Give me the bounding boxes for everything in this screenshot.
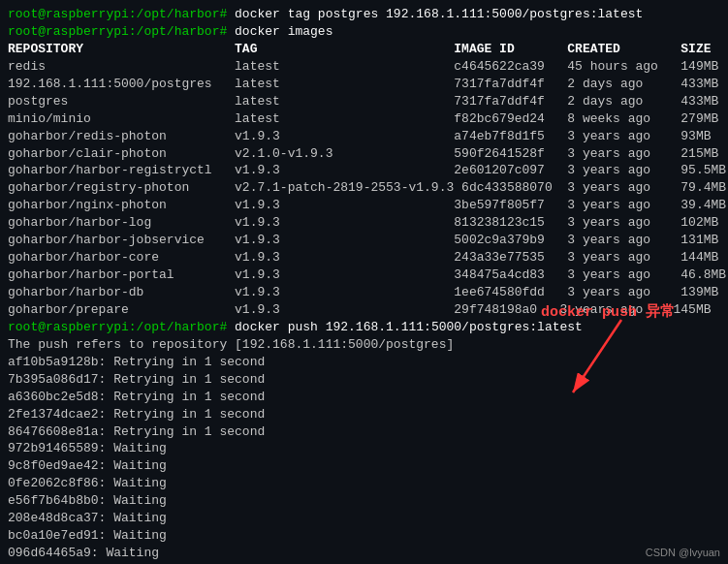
terminal-line: root@raspberrypi:/opt/harbor# docker ima… xyxy=(8,23,720,41)
annotation-arrow xyxy=(563,315,680,402)
terminal-line: e56f7b64b8b0: Waiting xyxy=(8,492,720,510)
terminal-line: postgres latest 7317fa7ddf4f 2 days ago … xyxy=(8,93,720,110)
terminal-output: root@raspberrypi:/opt/harbor# docker tag… xyxy=(8,6,720,564)
terminal-line: goharbor/registry-photon v2.7.1-patch-28… xyxy=(8,179,720,197)
terminal-line: 208e48d8ca37: Waiting xyxy=(8,510,720,527)
terminal-line: 192.168.1.111:5000/postgres latest 7317f… xyxy=(8,76,720,93)
csdn-badge: CSDN @lvyuan xyxy=(646,547,720,558)
terminal-line: goharbor/harbor-core v1.9.3 243a33e77535… xyxy=(8,249,720,266)
terminal-line: REPOSITORY TAG IMAGE ID CREATED SIZE xyxy=(8,41,720,58)
terminal-line: bc0a10e7ed91: Waiting xyxy=(8,527,720,545)
terminal-line: 2fe1374dcae2: Retrying in 1 second xyxy=(8,406,720,423)
terminal-line: goharbor/nginx-photon v1.9.3 3be597f805f… xyxy=(8,197,720,214)
terminal-line: goharbor/harbor-registryctl v1.9.3 2e601… xyxy=(8,162,720,179)
terminal-line: redis latest c4645622ca39 45 hours ago 1… xyxy=(8,58,720,76)
terminal-line: goharbor/redis-photon v1.9.3 a74eb7f8d1f… xyxy=(8,128,720,145)
terminal-window: root@raspberrypi:/opt/harbor# docker tag… xyxy=(0,0,728,564)
terminal-line: goharbor/harbor-portal v1.9.3 348475a4cd… xyxy=(8,266,720,284)
svg-line-1 xyxy=(573,320,621,392)
terminal-line: goharbor/harbor-log v1.9.3 813238123c15 … xyxy=(8,214,720,232)
terminal-line: 096d64465a9: Waiting xyxy=(8,545,720,562)
terminal-line: 972b91465589: Waiting xyxy=(8,440,720,457)
terminal-line: minio/minio latest f82bc679ed24 8 weeks … xyxy=(8,110,720,128)
terminal-line: 86476608e81a: Retrying in 1 second xyxy=(8,423,720,441)
terminal-line: 0fe2062c8f86: Waiting xyxy=(8,475,720,492)
terminal-line: goharbor/harbor-jobservice v1.9.3 5002c9… xyxy=(8,232,720,249)
terminal-line: 9c8f0ed9ae42: Waiting xyxy=(8,457,720,475)
terminal-line: goharbor/harbor-db v1.9.3 1ee674580fdd 3… xyxy=(8,284,720,301)
terminal-line: goharbor/clair-photon v2.1.0-v1.9.3 590f… xyxy=(8,145,720,163)
terminal-line: root@raspberrypi:/opt/harbor# docker tag… xyxy=(8,6,720,23)
